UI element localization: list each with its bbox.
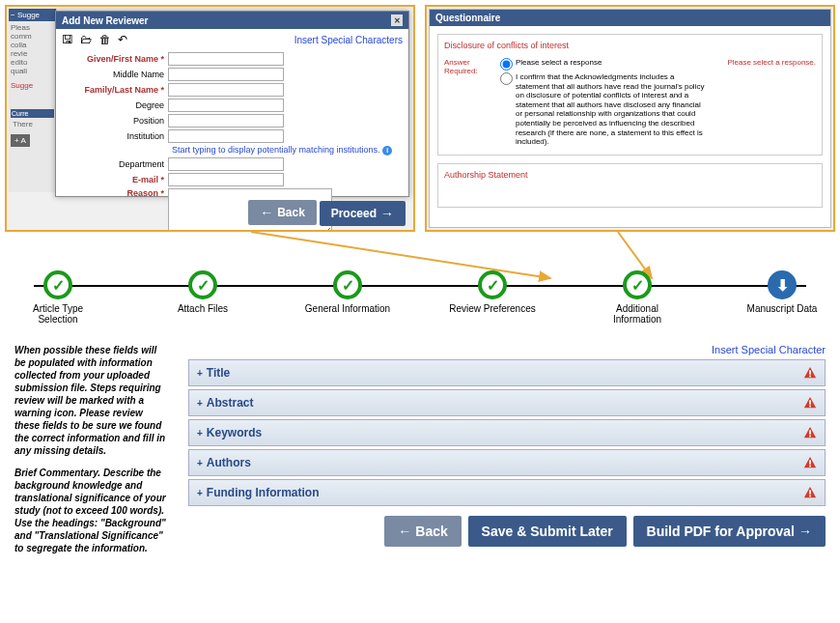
arrow-left-icon: ← xyxy=(398,524,411,539)
ghost-add-button[interactable]: + A xyxy=(11,134,30,147)
save-submit-later-button[interactable]: Save & Submit Later xyxy=(468,516,627,547)
open-icon[interactable]: 🗁 xyxy=(80,33,92,46)
download-icon: ⬇ xyxy=(768,270,797,299)
warning-icon xyxy=(803,456,817,469)
insert-special-chars-link[interactable]: Insert Special Characters xyxy=(289,33,408,47)
svg-rect-7 xyxy=(809,436,811,438)
warning-icon xyxy=(803,426,817,439)
input-family[interactable] xyxy=(168,83,284,97)
instructions-p1: When possible these fields will be popul… xyxy=(14,344,169,457)
ghost-body: Pleas comm colla revie edito quali xyxy=(11,23,54,75)
svg-rect-4 xyxy=(809,400,811,404)
questionnaire-title: Questionnaire xyxy=(435,13,500,23)
arrow-right-icon: → xyxy=(798,524,812,539)
svg-rect-2 xyxy=(809,370,811,374)
build-pdf-button[interactable]: Build PDF for Approval → xyxy=(633,516,826,547)
svg-rect-5 xyxy=(809,406,811,408)
q-authorship-title: Authorship Statement xyxy=(444,170,816,180)
info-icon[interactable]: i xyxy=(382,146,392,156)
ghost-header: − Sugge xyxy=(9,9,56,21)
back-button[interactable]: ← Back xyxy=(248,200,317,225)
expand-icon: + xyxy=(197,458,203,468)
svg-rect-8 xyxy=(809,460,811,464)
trash-icon[interactable]: 🗑 xyxy=(99,33,111,46)
insert-special-char-link-top[interactable]: Insert Special Character xyxy=(718,5,833,6)
close-icon[interactable]: ✕ xyxy=(391,14,403,26)
step-additional-information[interactable]: ✓Additional Information xyxy=(594,270,681,325)
add-reviewer-modal: Add New Reviewer ✕ 🖫 🗁 🗑 ↶ Insert Specia… xyxy=(55,11,409,197)
expand-icon: + xyxy=(197,368,203,379)
q-error-msg: Please select a response. xyxy=(727,58,816,149)
modal-title: Add New Reviewer xyxy=(62,15,148,26)
panel1-footer: ← Back Proceed → xyxy=(248,200,406,226)
step-label: Additional Information xyxy=(594,303,681,325)
accordion-title: Funding Information xyxy=(207,486,320,499)
radio-please-select[interactable] xyxy=(500,58,513,71)
check-icon: ✓ xyxy=(43,270,72,299)
input-position[interactable] xyxy=(168,114,284,127)
input-email[interactable] xyxy=(168,173,284,186)
accordion-keywords[interactable]: +Keywords xyxy=(188,419,826,446)
warning-icon xyxy=(803,366,817,380)
progress-steps: ✓Article Type Selection✓Attach Files✓Gen… xyxy=(14,270,826,325)
ghost-current: Curre xyxy=(11,109,54,118)
insert-special-char-link[interactable]: Insert Special Character xyxy=(712,344,826,355)
instructions-sidebar: When possible these fields will be popul… xyxy=(14,344,169,564)
svg-rect-11 xyxy=(809,496,811,497)
arrow-right-icon: → xyxy=(380,206,394,221)
accordion-funding-information[interactable]: +Funding Information xyxy=(188,479,826,506)
check-icon: ✓ xyxy=(188,270,217,299)
accordion-title[interactable]: +Title xyxy=(188,359,826,386)
check-icon: ✓ xyxy=(623,270,652,299)
step-review-preferences[interactable]: ✓Review Preferences xyxy=(449,270,536,314)
label-reason: Reason * xyxy=(62,188,168,198)
input-middle[interactable] xyxy=(168,68,284,81)
opt1-text: Please select a response xyxy=(516,58,602,68)
step-label: General Information xyxy=(304,303,391,314)
save-icon[interactable]: 🖫 xyxy=(62,33,73,46)
label-position: Position xyxy=(62,116,168,126)
svg-rect-6 xyxy=(809,430,811,434)
accordion-title: Authors xyxy=(207,456,251,469)
check-icon: ✓ xyxy=(333,270,362,299)
label-middle: Middle Name xyxy=(62,70,168,79)
step-label: Article Type Selection xyxy=(14,303,101,325)
reviewer-panel: − Sugge Pleas comm colla revie edito qua… xyxy=(5,5,415,232)
step-label: Review Preferences xyxy=(449,303,536,314)
input-given[interactable] xyxy=(168,52,284,66)
institution-hint: Start typing to display potentially matc… xyxy=(56,145,408,156)
modal-titlebar: Add New Reviewer ✕ xyxy=(56,12,408,29)
q-conflicts-title: Disclosure of conflicts of interest xyxy=(444,41,816,50)
input-degree[interactable] xyxy=(168,99,284,112)
label-institution: Institution xyxy=(62,131,168,141)
svg-rect-10 xyxy=(809,490,811,494)
proceed-button[interactable]: Proceed → xyxy=(320,201,406,226)
expand-icon: + xyxy=(197,488,203,498)
step-general-information[interactable]: ✓General Information xyxy=(304,270,391,314)
step-attach-files[interactable]: ✓Attach Files xyxy=(159,270,246,314)
answer-required-label: Answer Required: xyxy=(444,58,492,149)
step-connector-line xyxy=(34,285,806,287)
input-institution[interactable] xyxy=(168,129,284,143)
input-department[interactable] xyxy=(168,157,284,171)
label-email: E-mail * xyxy=(62,175,168,184)
questionnaire-titlebar: Questionnaire xyxy=(430,10,830,26)
action-buttons: ← Back Save & Submit Later Build PDF for… xyxy=(188,516,826,547)
instructions-p2: Brief Commentary. Describe the backgroun… xyxy=(14,467,169,554)
label-given: Given/First Name * xyxy=(62,54,168,64)
svg-rect-9 xyxy=(809,466,811,467)
step-article-type-selection[interactable]: ✓Article Type Selection xyxy=(14,270,101,325)
radio-confirm[interactable] xyxy=(500,72,513,85)
back-button-main[interactable]: ← Back xyxy=(384,516,461,547)
accordion-title: Abstract xyxy=(207,396,254,410)
ghost-sidebar: − Sugge Pleas comm colla revie edito qua… xyxy=(9,9,57,192)
accordion-abstract[interactable]: +Abstract xyxy=(188,389,826,416)
warning-icon xyxy=(803,486,817,499)
undo-icon[interactable]: ↶ xyxy=(118,33,127,46)
step-label: Manuscript Data xyxy=(739,303,826,314)
label-department: Department xyxy=(62,159,168,169)
accordion-authors[interactable]: +Authors xyxy=(188,449,826,476)
accordion-title: Keywords xyxy=(207,426,262,439)
step-manuscript-data[interactable]: ⬇Manuscript Data xyxy=(739,270,826,314)
step-label: Attach Files xyxy=(159,303,246,314)
